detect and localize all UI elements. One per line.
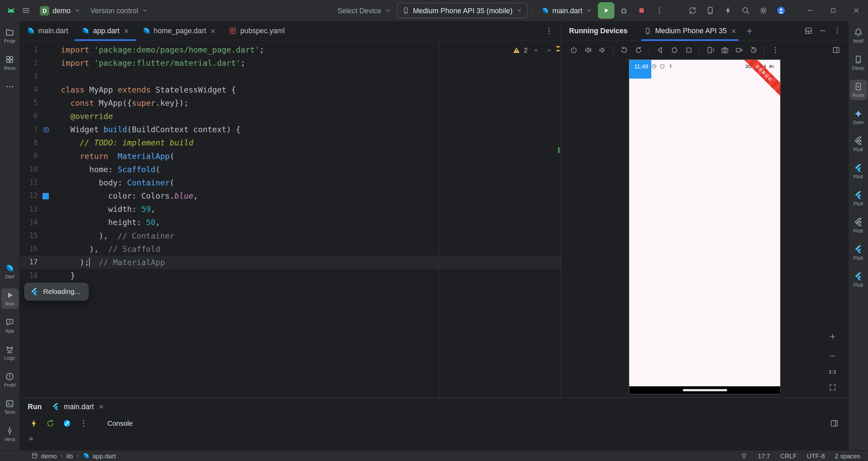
- tab-home_page.dart[interactable]: home_page.dart×: [135, 21, 222, 40]
- code-line[interactable]: 12 color: Colors.blue,: [20, 189, 561, 202]
- run-button[interactable]: [598, 2, 614, 19]
- status-indent[interactable]: 2 spaces: [835, 453, 860, 459]
- more-console-actions-button[interactable]: [76, 416, 91, 430]
- code-line[interactable]: 10 home: Scaffold(: [20, 163, 561, 176]
- project-selector[interactable]: D demo: [35, 2, 85, 19]
- back-button[interactable]: [653, 43, 667, 57]
- device-dropdown[interactable]: Medium Phone API 35 (mobile): [397, 3, 527, 18]
- rotate-right-button[interactable]: [632, 43, 645, 57]
- code-line[interactable]: 18 }: [20, 269, 561, 282]
- tab-options-button[interactable]: [541, 22, 557, 39]
- power-button[interactable]: [567, 43, 580, 57]
- gesture-pill[interactable]: [683, 389, 727, 391]
- tool-stripe-flutter-performance[interactable]: Flutt: [849, 188, 867, 208]
- console-output[interactable]: >: [20, 432, 848, 450]
- add-device-tab-button[interactable]: [743, 24, 756, 37]
- tool-stripe-version-control[interactable]: Versi: [1, 424, 18, 444]
- console-layout-button[interactable]: [827, 416, 841, 430]
- more-run-actions-button[interactable]: [651, 2, 668, 19]
- color-preview-chip[interactable]: [43, 193, 49, 199]
- tool-stripe-flutter-devtools[interactable]: Flutt: [849, 269, 867, 290]
- tool-stripe-flutter-attach[interactable]: Flutt: [849, 242, 867, 263]
- home-button[interactable]: [668, 43, 681, 57]
- hide-panel-button[interactable]: [816, 24, 829, 37]
- tab-app.dart[interactable]: app.dart×: [75, 21, 136, 40]
- hot-restart-button[interactable]: [43, 416, 57, 430]
- code-line[interactable]: 14 height: 50,: [20, 216, 561, 229]
- stop-button[interactable]: [633, 2, 650, 19]
- override-gutter-icon[interactable]: [43, 126, 50, 133]
- tool-stripe-flutter-inspector[interactable]: Flutt: [849, 161, 867, 181]
- status-caret-position[interactable]: 17:7: [758, 453, 770, 459]
- open-devtools-button[interactable]: [60, 416, 74, 430]
- breadcrumb-item-lib[interactable]: lib: [66, 453, 73, 459]
- code-line[interactable]: 11 body: Container(: [20, 176, 561, 189]
- volume-up-button[interactable]: [581, 43, 594, 57]
- code-line[interactable]: 8 // TODO: implement build: [20, 136, 561, 149]
- more-button[interactable]: [768, 43, 782, 57]
- window-maximize-button[interactable]: [822, 0, 845, 21]
- code-line[interactable]: 19}: [20, 282, 561, 296]
- tool-stripe-device-manager[interactable]: Devic: [849, 53, 867, 73]
- code-line[interactable]: 13 width: 59,: [20, 203, 561, 216]
- window-minimize-button[interactable]: [798, 0, 822, 21]
- tab-pubspec.yaml[interactable]: pubspec.yaml: [222, 21, 291, 40]
- device-screen[interactable]: 11:48 3G DE: [629, 60, 781, 394]
- tool-stripe-project[interactable]: Proje: [1, 25, 18, 46]
- zoom-out-button[interactable]: [826, 349, 839, 362]
- gradle-sync-button[interactable]: [684, 2, 701, 19]
- snapshot-button[interactable]: [747, 43, 760, 57]
- close-tab-icon[interactable]: ×: [124, 26, 129, 35]
- code-line[interactable]: 16 ), // Scaffold: [20, 242, 561, 256]
- search-everywhere-button[interactable]: [737, 2, 754, 19]
- run-config-dropdown[interactable]: main.dart: [537, 2, 597, 19]
- code-line[interactable]: 3: [20, 70, 561, 83]
- close-device-tab-icon[interactable]: ×: [731, 26, 736, 35]
- hot-reload-button[interactable]: [26, 416, 41, 430]
- tool-stripe-app-quality-insights[interactable]: App: [1, 316, 18, 336]
- tool-stripe-problems[interactable]: Probl: [1, 370, 18, 390]
- tool-stripe-flutter-outline[interactable]: Flutt: [849, 134, 867, 154]
- display-mode-button[interactable]: [829, 43, 843, 57]
- screenshot-button[interactable]: [718, 43, 731, 57]
- code-line[interactable]: 7 Widget build(BuildContext context) {: [20, 123, 561, 136]
- profiler-button[interactable]: [719, 2, 736, 19]
- device-tab[interactable]: Medium Phone API 35 ×: [639, 21, 740, 40]
- close-tab-icon[interactable]: ×: [211, 26, 215, 35]
- settings-button[interactable]: [755, 2, 772, 19]
- tool-stripe-gemini[interactable]: Gem: [849, 107, 867, 127]
- fold-button[interactable]: [704, 43, 717, 57]
- zoom-fit-button[interactable]: [826, 381, 839, 394]
- code-line[interactable]: 15 ), // Container: [20, 229, 561, 242]
- inspections-widget[interactable]: 2: [513, 45, 554, 55]
- previous-problem-button[interactable]: [531, 45, 541, 55]
- tool-stripe-more-tool-windows[interactable]: [1, 80, 18, 94]
- main-menu-button[interactable]: [18, 2, 34, 19]
- breadcrumb-item-demo[interactable]: demo: [31, 452, 57, 459]
- code-line[interactable]: 9 return MaterialApp(: [20, 149, 561, 163]
- run-tab-main-dart[interactable]: main.dart ×: [52, 402, 103, 410]
- vcs-widget[interactable]: Version control: [86, 2, 153, 19]
- tool-stripe-notifications[interactable]: Notif: [849, 25, 867, 46]
- close-run-tab-icon[interactable]: ×: [99, 402, 103, 410]
- console-tab[interactable]: Console: [107, 420, 133, 427]
- tool-stripe-logcat[interactable]: Logc: [1, 343, 18, 363]
- zoom-in-button[interactable]: [826, 330, 839, 343]
- code-line[interactable]: 1import 'package:demo/pages/home_page.da…: [20, 43, 561, 56]
- record-button[interactable]: [732, 43, 746, 57]
- overview-button[interactable]: [682, 43, 695, 57]
- code-line[interactable]: 5 const MyApp({super.key});: [20, 96, 561, 109]
- panel-layout-button[interactable]: [802, 24, 815, 37]
- tool-stripe-resource-manager[interactable]: Reso: [1, 53, 18, 73]
- device-manager-button[interactable]: [702, 2, 718, 19]
- status-line-ending[interactable]: CRLF: [780, 453, 797, 459]
- breadcrumb-item-app.dart[interactable]: app.dart: [82, 452, 116, 459]
- panel-options-button[interactable]: [830, 24, 844, 37]
- debug-button[interactable]: [616, 2, 632, 19]
- code-line[interactable]: 2import 'package:flutter/material.dart';: [20, 57, 561, 70]
- account-button[interactable]: [773, 2, 789, 19]
- code-line[interactable]: 4class MyApp extends StatelessWidget {: [20, 83, 561, 96]
- next-problem-button[interactable]: [544, 45, 554, 55]
- rotate-left-button[interactable]: [617, 43, 630, 57]
- tool-stripe-running-devices[interactable]: Runn: [849, 80, 867, 100]
